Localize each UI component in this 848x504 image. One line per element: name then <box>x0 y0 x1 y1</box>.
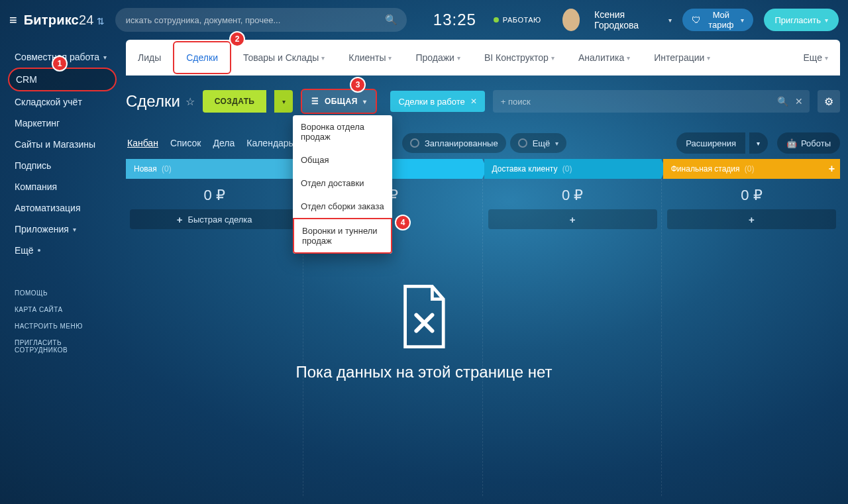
settings-button[interactable]: ⚙ <box>818 90 840 113</box>
invite-label: Пригласить <box>774 15 821 25</box>
funnel-option[interactable]: Отдел сборки заказа <box>293 195 392 218</box>
sidebar-help[interactable]: ПОМОЩЬ <box>8 285 117 301</box>
add-card-button[interactable]: + <box>667 209 836 229</box>
logo[interactable]: Битрикс24⇅ <box>24 13 105 28</box>
robots-button[interactable]: 🤖 Роботы <box>777 132 840 154</box>
invite-button[interactable]: Пригласить ▾ <box>764 9 839 31</box>
empty-state: Пока данных на этой странице нет <box>295 285 552 381</box>
sidebar-invite-employees[interactable]: ПРИГЛАСИТЬ СОТРУДНИКОВ <box>8 334 117 358</box>
annotation-1: 1 <box>53 57 66 70</box>
chevron-down-icon: ▾ <box>555 140 558 147</box>
view-tab-calendar[interactable]: Календарь <box>245 135 295 151</box>
logo-text-main: Битрикс <box>24 13 79 27</box>
close-icon[interactable]: ✕ <box>470 97 477 106</box>
view-tab-list[interactable]: Список <box>169 135 203 151</box>
empty-state-text: Пока данных на этой странице нет <box>295 363 552 381</box>
tab-label: Лиды <box>138 52 161 63</box>
annotation-3: 3 <box>351 78 364 91</box>
work-status-label: РАБОТАЮ <box>503 16 541 24</box>
tab-catalog[interactable]: Товары и Склады▾ <box>231 40 337 76</box>
tab-integrations[interactable]: Интеграции▾ <box>642 40 722 76</box>
plus-icon: + <box>749 214 755 225</box>
shield-icon: 🛡 <box>692 15 701 25</box>
sidebar-item-automation[interactable]: Автоматизация <box>8 197 117 219</box>
funnel-option-funnels-tunnels[interactable]: Воронки и туннели продаж <box>293 218 392 254</box>
chevron-down-icon: ▾ <box>707 54 710 62</box>
sidebar-item-label: Сайты и Магазины <box>15 139 95 150</box>
quick-deal-label: Быстрая сделка <box>187 215 252 225</box>
star-icon[interactable]: ☆ <box>186 95 195 108</box>
global-search-input[interactable] <box>115 8 407 32</box>
create-dropdown-button[interactable]: ▾ <box>274 90 293 113</box>
sidebar-item-inventory[interactable]: Складской учёт <box>8 91 117 113</box>
sidebar-sitemap[interactable]: КАРТА САЙТА <box>8 301 117 318</box>
page-header: Сделки ☆ СОЗДАТЬ ▾ ☰ ОБЩАЯ ▾ Сделки в ра… <box>126 83 840 119</box>
funnel-selector[interactable]: ☰ ОБЩАЯ ▾ <box>301 89 377 114</box>
add-column-icon[interactable]: + <box>829 163 835 175</box>
tab-clients[interactable]: Клиенты▾ <box>337 40 403 76</box>
circle-icon <box>410 138 419 148</box>
tab-analytics[interactable]: Аналитика▾ <box>566 40 642 76</box>
view-tab-kanban[interactable]: Канбан <box>126 135 160 151</box>
sidebar-item-more[interactable]: Ещё <box>8 240 117 261</box>
funnel-option[interactable]: Общая <box>293 148 392 172</box>
chevron-down-icon: ▾ <box>825 17 828 24</box>
chevron-down-icon: ▾ <box>551 54 555 62</box>
sidebar-item-sign[interactable]: Подпись <box>8 155 117 176</box>
kanban-column-count: (0) <box>745 164 755 174</box>
add-card-button[interactable]: + <box>488 209 657 229</box>
sidebar-item-label: Компания <box>15 181 57 192</box>
pill-label: Ещё <box>533 138 551 148</box>
sidebar-configure-menu[interactable]: НАСТРОИТЬ МЕНЮ <box>8 318 117 334</box>
tab-label: Продажи <box>415 52 454 63</box>
empty-file-icon <box>400 285 448 348</box>
sidebar-item-label: Автоматизация <box>15 203 80 213</box>
kanban-column-header[interactable]: Доставка клиенту (0) <box>484 159 661 179</box>
logo-switch-icon[interactable]: ⇅ <box>97 16 105 26</box>
filter-tag-working[interactable]: Сделки в работе ✕ <box>390 91 484 112</box>
extensions-dropdown-button[interactable]: ▾ <box>749 132 768 154</box>
kanban-search-input[interactable] <box>493 90 810 113</box>
robot-icon: 🤖 <box>786 138 797 148</box>
work-status[interactable]: РАБОТАЮ <box>494 16 541 24</box>
tab-leads[interactable]: Лиды <box>126 40 173 76</box>
funnel-option[interactable]: Отдел доставки <box>293 172 392 195</box>
chevron-down-icon[interactable]: ▾ <box>668 17 672 24</box>
page-title-text: Сделки <box>126 92 180 111</box>
sidebar-item-label: Складской учёт <box>15 97 82 107</box>
username[interactable]: Ксения Городкова <box>594 9 654 30</box>
kanban-column-header[interactable]: Финальная стадия (0)+ <box>663 159 840 179</box>
close-icon[interactable]: ✕ <box>795 96 803 107</box>
tab-more[interactable]: Еще▾ <box>792 40 841 76</box>
tab-label: Товары и Склады <box>243 52 319 63</box>
sidebar-item-marketing[interactable]: Маркетинг <box>8 113 117 134</box>
pill-more[interactable]: Ещё ▾ <box>510 133 567 153</box>
funnel-option[interactable]: Воронка отдела продаж <box>293 115 392 148</box>
chevron-down-icon: ▾ <box>741 17 744 24</box>
sidebar-item-crm[interactable]: CRM <box>8 68 117 91</box>
sidebar-item-sites[interactable]: Сайты и Магазины <box>8 134 117 155</box>
tab-deals[interactable]: Сделки <box>173 41 231 74</box>
view-tab-tasks[interactable]: Дела <box>211 135 236 151</box>
sidebar-item-label: Ещё <box>15 245 34 256</box>
tariff-button[interactable]: 🛡 Мой тариф ▾ <box>682 9 753 31</box>
menu-icon[interactable]: ≡ <box>9 13 17 28</box>
pill-label: Запланированные <box>425 138 498 148</box>
sidebar-item-apps[interactable]: Приложения▾ <box>8 219 117 240</box>
search-icon[interactable]: 🔍 <box>777 96 788 107</box>
search-icon[interactable]: 🔍 <box>385 14 398 26</box>
funnel-label: ОБЩАЯ <box>325 97 358 106</box>
create-button[interactable]: СОЗДАТЬ <box>203 90 267 113</box>
extensions-button[interactable]: Расширения <box>676 132 745 154</box>
tab-sales[interactable]: Продажи▾ <box>403 40 472 76</box>
tab-bi[interactable]: BI Конструктор▾ <box>472 40 566 76</box>
kanban-column-header[interactable]: Новая (0) <box>126 159 303 179</box>
pill-planned[interactable]: Запланированные <box>402 133 506 153</box>
logo-text-sub: 24 <box>79 13 94 27</box>
quick-deal-button[interactable]: +Быстрая сделка <box>130 209 299 229</box>
kanban-column-sum: 0 ₽ <box>663 179 840 209</box>
avatar[interactable] <box>562 9 580 31</box>
kanban-column-name: Новая <box>134 164 157 174</box>
sidebar-item-company[interactable]: Компания <box>8 176 117 197</box>
filter-tag-label: Сделки в работе <box>398 97 464 107</box>
